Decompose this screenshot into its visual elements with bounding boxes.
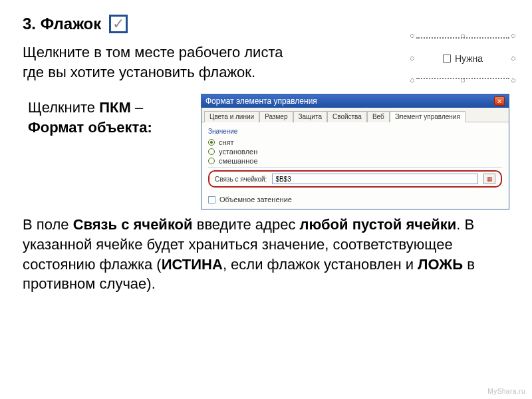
tab-web[interactable]: Веб — [367, 111, 390, 122]
radio-unset[interactable]: снят — [208, 138, 502, 147]
shadow-checkbox-row[interactable]: Объемное затенение — [208, 190, 502, 203]
watermark: MyShara.ru — [487, 388, 525, 395]
dialog-tabs: Цвета и линии Размер Защита Свойства Веб… — [201, 108, 509, 122]
tab-protection[interactable]: Защита — [293, 111, 327, 122]
instruction-paragraph-2: Щелкните ПКМ – Формат объекта: — [28, 98, 188, 137]
tab-size[interactable]: Размер — [259, 111, 293, 122]
radio-set[interactable]: установлен — [208, 147, 502, 156]
worksheet-checkbox-sample: Нужна — [416, 40, 509, 76]
checkbox-icon — [208, 196, 215, 203]
dialog-title: Формат элемента управления — [205, 96, 317, 106]
group-value-label: Значение — [208, 128, 502, 135]
tab-control[interactable]: Элемент управления — [390, 111, 466, 122]
format-control-dialog: Формат элемента управления ✕ Цвета и лин… — [201, 94, 509, 209]
dialog-close-button[interactable]: ✕ — [494, 96, 505, 106]
cell-link-highlight: Связь с ячейкой: ▦ — [208, 170, 502, 188]
cell-link-label: Связь с ячейкой: — [215, 176, 267, 183]
cell-link-input[interactable] — [272, 174, 478, 184]
instruction-paragraph-3: В поле Связь с ячейкой введите адрес люб… — [23, 215, 509, 294]
checkbox-toolbar-icon: ✓ — [109, 15, 128, 33]
tab-properties[interactable]: Свойства — [327, 111, 367, 122]
shadow-checkbox-label: Объемное затенение — [219, 196, 292, 203]
radio-mixed[interactable]: смешанное — [208, 156, 502, 166]
tab-colors[interactable]: Цвета и линии — [204, 111, 259, 122]
section-heading: 3. Флажок — [23, 15, 101, 33]
cell-reference-picker-button[interactable]: ▦ — [483, 174, 495, 184]
